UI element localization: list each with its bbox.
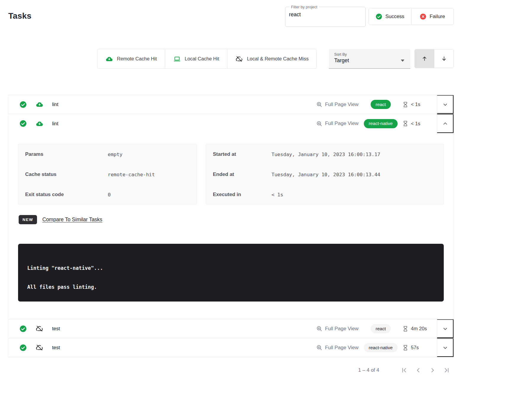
cloud-download-icon [36,120,44,128]
chevron-up-icon [442,121,448,126]
task-list: lint Full Page View react < 1s [8,95,454,357]
task-row-test-react-native[interactable]: test Full Page View react-native 57s [8,338,454,357]
page-title: Tasks [8,11,31,21]
hourglass-icon [403,345,408,351]
first-page-button[interactable] [397,364,411,376]
hourglass-icon [403,102,408,108]
project-badge[interactable]: react [371,324,391,333]
task-name: test [52,326,60,331]
cache-filter-group: Remote Cache Hit Local Cache Hit Local &… [97,49,317,69]
params-label: Params [18,151,108,157]
chevron-down-icon [442,102,448,108]
zoom-in-icon [316,121,322,127]
terminal-line: Linting "react-native"... [27,265,444,271]
full-page-view-label: Full Page View [325,345,359,351]
next-page-button[interactable] [425,364,440,376]
pagination: 1 – 4 of 4 [358,364,454,376]
task-name: lint [52,102,58,107]
pagination-range: 1 – 4 of 4 [358,367,379,373]
task-name: test [52,345,60,350]
task-duration: < 1s [411,102,420,107]
chevron-right-icon [429,367,436,374]
task-row-lint-react-native[interactable]: lint Full Page View react-native [8,114,454,133]
terminal-output: Linting "react-native"... All files pass… [18,244,444,302]
full-page-view-link[interactable]: Full Page View [316,326,359,332]
cloud-slash-icon [36,344,44,352]
project-badge[interactable]: react-native [364,119,398,128]
chevron-down-icon [442,326,448,332]
task-params-panel: Params empty Cache status remote-cache-h… [18,144,197,204]
success-check-icon [20,344,27,351]
full-page-view-label: Full Page View [325,102,359,108]
task-duration: 57s [411,345,419,350]
project-filter-input[interactable] [289,12,362,18]
ended-at-value: Tuesday, January 10, 2023 16:00:13.44 [271,172,380,177]
full-page-view-link[interactable]: Full Page View [316,344,359,351]
success-filter-label: Success [385,14,404,20]
laptop-icon [173,55,181,63]
cache-status-value: remote-cache-hit [108,172,155,177]
success-check-icon [20,101,27,108]
zoom-in-icon [316,101,322,108]
project-filter-label: Filter by project [290,5,319,9]
status-filter-group: Success Failure [369,8,454,25]
expand-row-button[interactable] [437,95,454,114]
task-row-test-react[interactable]: test Full Page View react 4m 20s [8,319,454,338]
hourglass-icon [403,326,408,332]
task-duration: 4m 20s [411,326,427,331]
params-value: empty [108,152,123,157]
success-check-icon [20,120,27,127]
executed-in-value: < 1s [271,192,283,198]
executed-in-label: Executed in [206,192,271,198]
last-page-button[interactable] [440,364,454,376]
exit-status-code-value: 0 [108,192,111,198]
collapse-row-button[interactable] [437,114,454,133]
expand-row-button[interactable] [437,319,454,338]
cache-status-label: Cache status [18,171,108,177]
full-page-view-link[interactable]: Full Page View [316,101,359,108]
cache-miss-label: Local & Remote Cache Miss [247,56,308,62]
started-at-value: Tuesday, January 10, 2023 16:00:13.17 [271,152,380,157]
failure-filter-label: Failure [430,14,445,20]
project-badge[interactable]: react [371,100,391,109]
exit-status-code-label: Exit status code [18,192,108,198]
failure-filter-button[interactable]: Failure [411,8,454,25]
expand-row-button[interactable] [437,338,454,357]
cloud-download-icon [105,55,113,63]
previous-page-button[interactable] [411,364,425,376]
cloud-slash-icon [235,55,243,63]
sort-by-label: Sort By [334,52,405,57]
terminal-line: All files pass linting. [27,284,444,290]
task-row-lint-react[interactable]: lint Full Page View react < 1s [8,95,454,114]
sort-by-value: Target [334,57,405,64]
sort-by-select[interactable]: Sort By Target [329,49,410,69]
chevron-down-icon [442,345,448,351]
compare-to-similar-tasks-link[interactable]: Compare To Similar Tasks [42,217,102,223]
full-page-view-link[interactable]: Full Page View [316,121,359,127]
cache-miss-filter-button[interactable]: Local & Remote Cache Miss [227,49,316,68]
cloud-slash-icon [36,325,44,333]
zoom-in-icon [316,326,322,332]
sort-descending-button[interactable] [434,49,454,68]
project-filter-field[interactable]: Filter by project [285,5,366,27]
remote-cache-hit-filter-button[interactable]: Remote Cache Hit [97,49,165,68]
arrow-down-icon [441,55,447,62]
task-duration: < 1s [411,121,420,126]
task-details: Params empty Cache status remote-cache-h… [8,144,454,319]
success-check-icon [20,325,27,332]
local-cache-hit-filter-button[interactable]: Local Cache Hit [165,49,227,68]
started-at-label: Started at [206,151,271,157]
task-timing-panel: Started at Tuesday, January 10, 2023 16:… [206,144,444,204]
zoom-in-icon [316,344,322,351]
last-page-icon [443,367,450,374]
tasks-page: Tasks Filter by project Success Failure … [0,0,508,420]
project-badge[interactable]: react-native [364,343,398,352]
arrow-up-icon [421,55,428,62]
caret-down-icon [401,58,404,63]
sort-ascending-button[interactable] [415,49,434,68]
failure-x-icon [420,13,426,20]
remote-cache-hit-label: Remote Cache Hit [117,56,157,62]
full-page-view-label: Full Page View [325,121,359,126]
chevron-left-icon [415,367,422,374]
success-filter-button[interactable]: Success [369,8,411,25]
